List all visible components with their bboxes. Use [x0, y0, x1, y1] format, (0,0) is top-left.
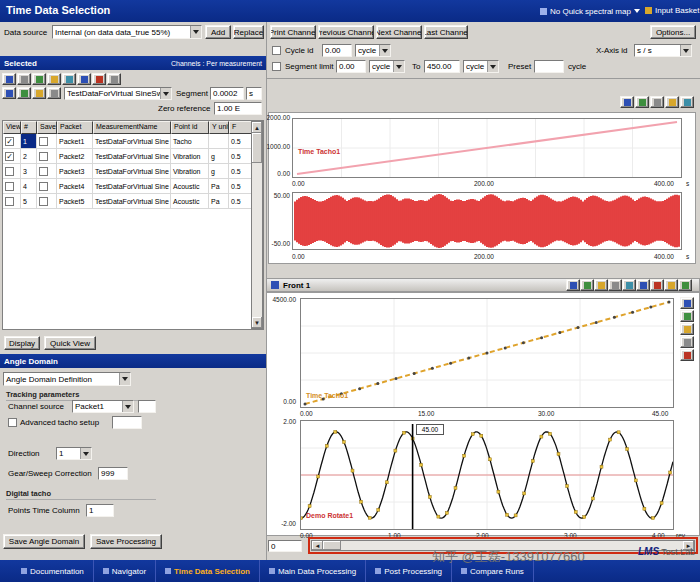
row5-view-cell[interactable] — [3, 194, 21, 209]
row2-measurement-cell[interactable]: TestDataForVirtual Sine — [93, 149, 171, 164]
graph-view-icon[interactable] — [635, 96, 649, 108]
channel-source-extra-field[interactable] — [138, 400, 156, 413]
to-unit-combo[interactable]: cycle — [463, 60, 499, 73]
scroll-left-icon[interactable]: ◄ — [312, 541, 323, 550]
row2-save-cell[interactable] — [37, 149, 57, 164]
invert-selection-icon[interactable] — [32, 73, 46, 85]
dropdown-arrow-icon[interactable] — [119, 373, 130, 385]
dropdown-arrow-icon[interactable] — [393, 61, 404, 72]
segment-from-field[interactable]: 0.00 — [336, 60, 366, 73]
row5-f-cell[interactable]: 0.5 — [229, 194, 253, 209]
tab-navigator[interactable]: Navigator — [94, 560, 156, 582]
view-checkbox[interactable] — [5, 167, 14, 176]
row4-save-cell[interactable] — [37, 179, 57, 194]
view-checkbox[interactable]: ✓ — [5, 137, 14, 146]
last-record-icon[interactable] — [47, 87, 61, 99]
row2-point-cell[interactable]: Vibration — [171, 149, 209, 164]
dropdown-arrow-icon[interactable] — [487, 61, 498, 72]
marker-add-icon[interactable] — [680, 336, 694, 348]
row5-point-cell[interactable]: Acoustic — [171, 194, 209, 209]
save-checkbox[interactable] — [39, 182, 48, 191]
angle-definition-combo[interactable]: Angle Domain Definition — [3, 372, 131, 386]
advanced-tacho-field[interactable] — [112, 416, 142, 429]
save-checkbox[interactable] — [39, 167, 48, 176]
col-header-unit[interactable]: Y unit — [209, 121, 229, 134]
next-record-icon[interactable] — [32, 87, 46, 99]
x-axis-combo[interactable]: s / s — [634, 44, 692, 57]
quick-spectral-map-link[interactable]: No Quick spectral map — [540, 6, 640, 16]
tacho-trace-chart[interactable] — [300, 298, 674, 408]
scroll-down-icon[interactable]: ▼ — [252, 317, 262, 328]
quick-view-button[interactable]: Quick View — [44, 336, 96, 350]
previous-channel-button[interactable]: Previous Channel — [318, 25, 374, 39]
refresh-icon[interactable] — [92, 73, 106, 85]
row5-unit-cell[interactable]: Pa — [209, 194, 229, 209]
row3-measurement-cell[interactable]: TestDataForVirtual Sine — [93, 164, 171, 179]
row1-save-cell[interactable] — [37, 134, 57, 149]
options-button[interactable]: Options... — [650, 25, 696, 39]
autoscale-icon[interactable] — [608, 279, 622, 291]
properties-icon[interactable] — [107, 73, 121, 85]
dataset-combo[interactable]: TestDataForVirtual SineSweep — [64, 87, 172, 100]
cursor-add-icon[interactable] — [680, 323, 694, 335]
row3-num-cell[interactable]: 3 — [21, 164, 37, 179]
dropdown-arrow-icon[interactable] — [122, 401, 133, 412]
dropdown-arrow-icon[interactable] — [80, 448, 91, 459]
prev-record-icon[interactable] — [17, 87, 31, 99]
print-icon[interactable] — [650, 96, 664, 108]
row5-packet-cell[interactable]: Packet5 — [57, 194, 93, 209]
dropdown-arrow-icon[interactable] — [680, 45, 691, 56]
chart-options-icon[interactable] — [680, 96, 694, 108]
scrollbar-thumb[interactable] — [252, 133, 262, 163]
view-checkbox[interactable]: ✓ — [5, 152, 14, 161]
row2-view-cell[interactable]: ✓ — [3, 149, 21, 164]
dropdown-arrow-icon[interactable] — [379, 45, 390, 56]
col-header-packet[interactable]: Packet — [57, 121, 93, 134]
add-button[interactable]: Add — [205, 25, 231, 39]
first-record-icon[interactable] — [2, 87, 16, 99]
segment-field[interactable]: 0.0002 — [210, 87, 244, 100]
scroll-position-field[interactable]: 0 — [268, 540, 302, 552]
tab-time-data-selection[interactable]: Time Data Selection — [156, 560, 260, 582]
row1-num-cell[interactable]: 1 — [21, 134, 37, 149]
row4-num-cell[interactable]: 4 — [21, 179, 37, 194]
row3-view-cell[interactable] — [3, 164, 21, 179]
row4-point-cell[interactable]: Acoustic — [171, 179, 209, 194]
col-header-measurement[interactable]: MeasurementName — [93, 121, 171, 134]
y-scale-up-icon[interactable] — [680, 297, 694, 309]
print-channel-button[interactable]: Print Channel — [270, 25, 316, 39]
save-processing-button[interactable]: Save Processing — [90, 534, 162, 549]
row5-num-cell[interactable]: 5 — [21, 194, 37, 209]
display-settings-icon[interactable] — [678, 279, 692, 291]
copy-icon[interactable] — [665, 96, 679, 108]
table-vertical-scrollbar[interactable]: ▲ ▼ — [251, 121, 263, 329]
tacho-time-chart[interactable] — [292, 118, 682, 178]
row1-unit-cell[interactable] — [209, 134, 229, 149]
row4-unit-cell[interactable]: Pa — [209, 179, 229, 194]
view-checkbox[interactable] — [5, 182, 14, 191]
direction-combo[interactable]: 1 — [56, 447, 92, 460]
pan-tool-icon[interactable] — [594, 279, 608, 291]
row3-save-cell[interactable] — [37, 164, 57, 179]
copy-display-icon[interactable] — [664, 279, 678, 291]
save-checkbox[interactable] — [39, 152, 48, 161]
row2-unit-cell[interactable]: g — [209, 149, 229, 164]
dropdown-arrow-icon[interactable] — [190, 26, 201, 38]
row5-save-cell[interactable] — [37, 194, 57, 209]
sort-icon[interactable] — [62, 73, 76, 85]
layout-icon[interactable] — [622, 279, 636, 291]
row4-measurement-cell[interactable]: TestDataForVirtual Sine — [93, 179, 171, 194]
select-all-icon[interactable] — [2, 73, 16, 85]
row3-unit-cell[interactable]: g — [209, 164, 229, 179]
row3-packet-cell[interactable]: Packet3 — [57, 164, 93, 179]
row2-packet-cell[interactable]: Packet2 — [57, 149, 93, 164]
zero-reference-field[interactable]: 1.00 E — [214, 102, 262, 115]
zoom-tool-icon[interactable] — [580, 279, 594, 291]
advanced-tacho-checkbox[interactable] — [8, 418, 17, 427]
row1-point-cell[interactable]: Tacho — [171, 134, 209, 149]
points-column-field[interactable]: 1 — [86, 504, 114, 517]
dropdown-arrow-icon[interactable] — [160, 88, 171, 99]
save-angle-domain-button[interactable]: Save Angle Domain — [3, 534, 85, 549]
filter-icon[interactable] — [47, 73, 61, 85]
tab-documentation[interactable]: Documentation — [12, 560, 94, 582]
